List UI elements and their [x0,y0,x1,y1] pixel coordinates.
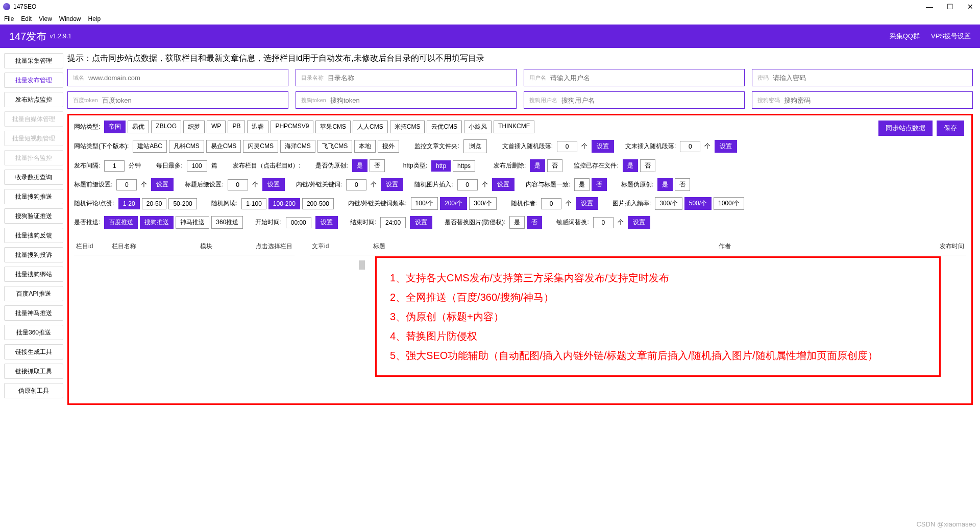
tag-option[interactable]: 否 [527,216,542,229]
rand-img-set[interactable]: 设置 [492,178,514,191]
sidebar-item-7[interactable]: 批量搜狗推送 [4,189,63,204]
tag-option[interactable]: 海洋CMS [280,140,315,153]
tag-option[interactable]: 云优CMS [427,121,462,133]
save-button[interactable]: 保存 [937,121,964,136]
start-time-input[interactable] [286,217,311,228]
tag-option[interactable]: 苹果CMS [315,121,351,133]
tag-option[interactable]: PB [228,121,245,133]
tag-option[interactable]: 是 [574,178,590,191]
tag-option[interactable]: 人人CMS [353,121,388,133]
link-words-input[interactable] [346,179,366,190]
sidebar-item-0[interactable]: 批量采集管理 [4,53,63,68]
tag-option[interactable]: 否 [640,159,655,172]
menu-edit[interactable]: Edit [21,15,32,22]
interval-input[interactable] [104,160,125,172]
sidebar-item-13[interactable]: 批量神马推送 [4,305,63,321]
sidebar-item-10[interactable]: 批量搜狗投诉 [4,247,63,262]
sidebar-item-6[interactable]: 收录数据查询 [4,170,63,185]
sidebar-item-8[interactable]: 搜狗验证推送 [4,208,63,224]
tag-option[interactable]: 米拓CMS [390,121,425,133]
rand-author-set[interactable]: 设置 [576,197,598,210]
end-time-input[interactable] [380,217,406,228]
th-title[interactable]: 标题 [373,242,526,251]
menu-window[interactable]: Window [59,15,81,22]
link-vps-settings[interactable]: VPS拨号设置 [931,32,971,41]
tag-option[interactable]: 否 [370,159,385,172]
tag-option[interactable]: 100/个 [411,197,438,210]
text-input[interactable] [102,97,283,104]
minimize-icon[interactable]: — [926,3,933,10]
tag-option[interactable]: 360推送 [211,216,243,229]
tag-option[interactable]: 搜外 [378,140,399,153]
tag-option[interactable]: 是 [657,178,673,191]
sidebar-item-1[interactable]: 批量发布管理 [4,73,63,88]
title-suffix-set[interactable]: 设置 [262,178,285,191]
tag-option[interactable]: THINKCMF [494,121,534,133]
sync-button[interactable]: 同步站点数据 [878,121,933,136]
sidebar-item-9[interactable]: 批量搜狗反馈 [4,228,63,243]
tag-option[interactable]: 1000/个 [714,197,744,210]
title-prefix-set[interactable]: 设置 [151,178,174,191]
tag-option[interactable]: 建站ABC [133,140,167,153]
tag-option[interactable]: 300/个 [655,197,682,210]
tag-option[interactable]: WP [207,121,226,133]
tag-option[interactable]: 300/个 [469,197,496,210]
tag-option[interactable]: 飞飞CMS [317,140,353,153]
sensitive-input[interactable] [593,217,614,228]
prefix-set-button[interactable]: 设置 [592,140,614,153]
tag-option[interactable]: 凡科CMS [169,140,204,153]
th-article-id[interactable]: 文章id [312,242,373,251]
tag-option[interactable]: PHPCMSV9 [271,121,313,133]
tag-option[interactable]: 1-100 [241,198,266,209]
sidebar-item-16[interactable]: 链接抓取工具 [4,364,63,379]
menu-view[interactable]: View [39,15,52,22]
tag-option[interactable]: 易企CMS [206,140,241,153]
tag-option[interactable]: 百度推送 [104,216,138,229]
tag-option[interactable]: 500/个 [684,197,712,210]
menu-file[interactable]: File [4,15,14,22]
tag-option[interactable]: 帝国 [104,121,126,133]
text-input[interactable] [330,97,511,104]
suffix-random-input[interactable] [680,141,700,152]
sidebar-item-17[interactable]: 伪原创工具 [4,383,63,398]
th-module[interactable]: 模块 [178,242,234,251]
rand-img-input[interactable] [457,179,478,190]
sidebar-item-15[interactable]: 链接生成工具 [4,344,63,359]
th-select[interactable]: 点击选择栏目 [234,242,292,251]
tag-option[interactable]: 小旋风 [464,121,492,133]
suffix-set-button[interactable]: 设置 [715,140,737,153]
link-words-set[interactable]: 设置 [381,178,403,191]
text-input[interactable] [773,74,967,82]
browse-button[interactable]: 浏览 [463,139,487,153]
menu-help[interactable]: Help [88,15,101,22]
tag-option[interactable]: 闪灵CMS [243,140,278,153]
tag-option[interactable]: 本地 [354,140,376,153]
tag-option[interactable]: https [453,160,475,172]
daily-max-input[interactable] [187,160,207,172]
close-icon[interactable]: ✕ [967,3,974,10]
th-col-id[interactable]: 栏目id [76,242,112,251]
th-author[interactable]: 作者 [526,242,923,251]
tag-option[interactable]: http [431,160,451,172]
text-input[interactable] [88,74,283,82]
title-suffix-input[interactable] [228,179,248,190]
tag-option[interactable]: 易优 [128,121,149,133]
tag-option[interactable]: 织梦 [183,121,205,133]
text-input[interactable] [328,74,511,82]
tag-option[interactable]: 100-200 [268,198,300,209]
tag-option[interactable]: 20-50 [142,198,167,209]
tag-option[interactable]: 神马推送 [176,216,209,229]
tag-option[interactable]: 是 [623,159,638,172]
text-input[interactable] [561,97,739,104]
maximize-icon[interactable]: ☐ [946,3,953,10]
tag-option[interactable]: 是 [352,159,368,172]
tag-option[interactable]: 搜狗推送 [140,216,174,229]
scrollbar-thumb[interactable] [359,260,365,270]
link-qq-group[interactable]: 采集QQ群 [890,32,920,41]
tag-option[interactable]: ZBLOG [151,121,181,133]
tag-option[interactable]: 否 [675,178,690,191]
th-pub-time[interactable]: 发布时间 [923,242,964,251]
prefix-random-input[interactable] [557,141,577,152]
sidebar-item-12[interactable]: 百度API推送 [4,286,63,301]
rand-author-input[interactable] [541,198,561,209]
